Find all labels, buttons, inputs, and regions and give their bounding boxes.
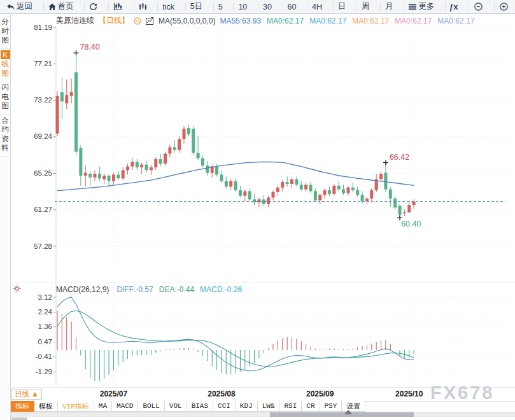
tab-CCI[interactable]: CCI [213,401,236,412]
svg-text:81.19: 81.19 [34,24,52,31]
svg-text:2.24: 2.24 [38,308,53,316]
toolbar-item-range-5d[interactable]: 5日 [185,0,208,13]
macd-value-2: MACD:-0.26 [200,285,242,294]
scrollbar-thumb[interactable] [270,412,414,417]
toolbar-item-min-60[interactable]: 60 [283,0,302,13]
chart-canvas[interactable]: 81.1977.2173.2269.2465.2561.2757.283.122… [0,0,515,420]
macd-header-row: MACD(26,12,9) DIFF:-0.57DEA:-0.44MACD:-0… [56,285,248,294]
left-sidebar: 分时图K线图闪电图合约资料 [0,14,11,420]
ma-settings-label: MA(55,0,0,0,0,0) [159,17,215,25]
indicator-settings-gear-icon[interactable] [13,284,21,295]
fx-icon: fx [450,2,458,12]
tab-MACD[interactable]: MACD [112,401,138,412]
zoom-out-icon [474,2,483,11]
sidebar-item-contract-info[interactable]: 合约资料 [0,115,10,157]
toolbar-item-more[interactable]: 更多 [404,0,439,13]
top-toolbar: 返回首页tick5日51030604H日周月更多fx [0,0,515,14]
trading-app: 返回首页tick5日51030604H日周月更多fx 分时图K线图闪电图合约资料… [0,0,515,420]
circle-minus-icon[interactable] [134,17,141,25]
sidebar-item-kline[interactable]: K线图 [0,49,10,82]
tab-模板[interactable]: 模板 [34,401,58,412]
ma-value-3: MA0:62.17 [352,17,389,25]
macd-value-1: DEA:-0.44 [159,285,194,294]
toolbar-item-min-5[interactable]: 5 [213,0,228,13]
watermark: FX678 [430,382,494,403]
toolbar-item-back[interactable]: 返回 [1,0,38,13]
toolbar-item-tick[interactable]: tick [157,0,180,13]
svg-text:0.47: 0.47 [38,338,52,346]
toolbar-item-hour-4[interactable]: 4H [307,0,327,13]
svg-text:65.25: 65.25 [34,169,52,177]
toolbar-item-min-10[interactable]: 10 [233,0,252,13]
svg-text:57.28: 57.28 [34,242,52,250]
tab-BOLL[interactable]: BOLL [138,401,164,412]
svg-text:78.40: 78.40 [80,43,99,52]
partial-tab [11,417,27,420]
toolbar-item-fx[interactable]: fx [445,0,463,13]
svg-text:-0.41: -0.41 [36,353,52,360]
sidebar-item-time-share[interactable]: 分时图 [0,16,10,49]
toolbar-item-monthly[interactable]: 月 [380,0,399,13]
macd-value-0: DIFF:-0.57 [116,285,153,294]
toolbar-item-daily[interactable]: 日 [333,0,351,13]
svg-text:61.27: 61.27 [34,206,52,213]
svg-text:1.36: 1.36 [38,323,52,330]
svg-text:66.42: 66.42 [390,153,409,162]
refresh-icon [89,3,97,11]
x-axis-label-2025/10: 2025/10 [395,389,423,398]
svg-text:3.12: 3.12 [38,293,52,301]
svg-text:77.21: 77.21 [34,60,52,67]
tab-BIAS[interactable]: BIAS [187,401,213,412]
tab-指标[interactable]: 指标 [11,401,34,412]
toolbar-item-volume[interactable] [134,0,152,13]
period-tag: 【日线】 [99,15,129,26]
tab-LW&[interactable]: LW& [258,401,280,412]
toolbar-item-min-30[interactable]: 30 [258,0,277,13]
indicator-tab-bar: 指标模板VIP指标MAMACDBOLLVOLBIASCCIKDJLW&RSICR… [11,401,365,412]
ma-value-0: MA55:63.93 [220,17,261,25]
svg-text:69.24: 69.24 [34,132,52,140]
macd-settings-label: MACD(26,12,9) [56,285,109,294]
ma-value-1: MA0:62.17 [267,17,304,25]
ma-value-4: MA0:62.17 [395,17,432,25]
tab-KDJ[interactable]: KDJ [236,401,258,412]
horizontal-scrollbar[interactable] [11,412,515,417]
svg-text:73.22: 73.22 [34,96,52,104]
volume-bars-icon [139,3,147,11]
svg-text:-1.29: -1.29 [36,368,52,375]
toolbar-item-zoom-out[interactable] [469,0,488,13]
toolbar-item-refresh[interactable] [84,0,102,13]
back-arrow-icon [6,3,15,11]
tab-MA[interactable]: MA [94,401,112,412]
period-selector[interactable]: 日线 ▲ [11,389,42,400]
chart-title-row: 美原油连续 【日线】 MA(55,0,0,0,0,0) MA55:63.93MA… [56,15,480,26]
ma-values: MA55:63.93MA0:62.17MA0:62.17MA0:62.17MA0… [220,17,480,25]
svg-text:60.40: 60.40 [401,220,421,228]
zoom-in-icon [499,2,509,11]
toolbar-item-zoom-in[interactable] [494,0,514,13]
x-axis-label-2025/08: 2025/08 [208,389,235,398]
tab-VIP指标[interactable]: VIP指标 [58,401,94,412]
ma-value-2: MA0:62.17 [309,17,346,25]
chart-edit-icon[interactable] [146,17,154,25]
x-axis-label-2025/07: 2025/07 [100,389,127,398]
sidebar-item-lightning[interactable]: 闪电图 [0,81,10,115]
ma-value-5: MA0:62.17 [437,17,474,25]
tab-VOL[interactable]: VOL [165,401,187,412]
kline-chart-icon [113,3,123,11]
toolbar-item-home[interactable]: 首页 [43,0,79,13]
tab-PSY[interactable]: PSY [320,401,342,412]
tab-CR[interactable]: CR [302,401,320,412]
macd-values: DIFF:-0.57DEA:-0.44MACD:-0.26 [116,285,248,294]
x-axis-label-2025/09: 2025/09 [306,389,334,398]
more-menu-icon [409,4,416,10]
toolbar-item-kline[interactable] [108,0,128,13]
tab-RSI[interactable]: RSI [279,401,302,412]
toolbar-item-weekly[interactable]: 周 [356,0,375,13]
home-icon [48,3,56,11]
symbol-name: 美原油连续 [56,15,94,26]
collapse-up-arrow-icon[interactable] [344,410,352,414]
